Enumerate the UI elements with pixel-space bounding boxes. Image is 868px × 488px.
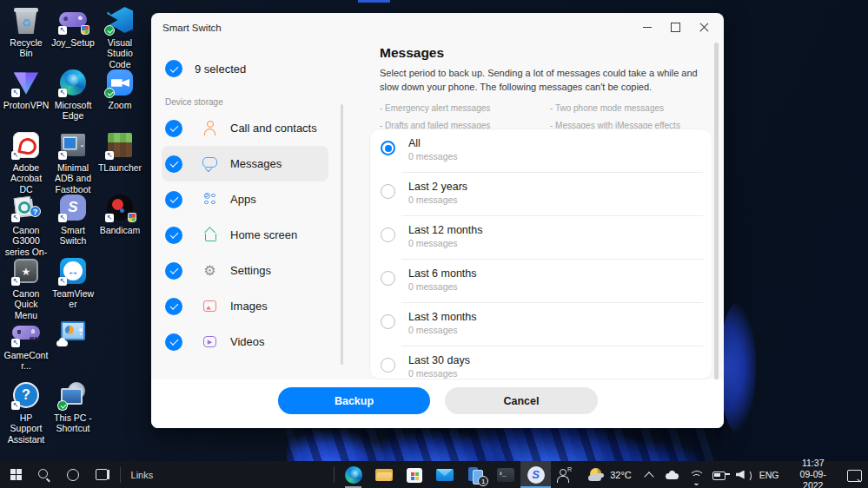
sidebar-item-messages[interactable]: Messages <box>162 146 328 181</box>
taskbar-app-store[interactable] <box>399 461 429 488</box>
onedrive-icon[interactable] <box>665 467 679 483</box>
taskbar-app-mail[interactable] <box>429 461 460 488</box>
window-body: 9 selected Device storage Call and conta… <box>151 42 724 379</box>
option-texts: Last 2 years0 messages <box>408 181 467 205</box>
wifi-icon[interactable] <box>688 467 703 483</box>
window-title: Smart Switch <box>162 23 222 33</box>
desktop-icon-recycle-bin[interactable]: Recycle Bin <box>3 5 50 59</box>
checkbox-checked-icon[interactable] <box>165 155 182 173</box>
tray-expand-chevron-icon[interactable] <box>641 467 656 483</box>
checkbox-checked-icon[interactable] <box>165 298 182 315</box>
window-controls <box>633 13 719 42</box>
gamecontr-icon <box>11 318 41 347</box>
desktop-icon-teamviewer[interactable]: TeamViewer <box>50 256 96 310</box>
cancel-button[interactable]: Cancel <box>445 387 598 414</box>
taskbar-app-yourphone[interactable]: 1 <box>460 461 490 488</box>
option-last-3-months[interactable]: Last 3 months0 messages <box>370 303 712 346</box>
checkbox-checked-icon[interactable] <box>165 120 182 137</box>
desktop-icon-hp-support[interactable]: HP Support Assistant <box>3 380 50 445</box>
window-footer: Backup Cancel <box>151 379 724 428</box>
task-view-icon[interactable] <box>88 461 116 488</box>
desktop-icon-joy-setup[interactable]: Joy_Setup <box>50 5 96 48</box>
shortcut-arrow-icon <box>11 339 20 347</box>
sidebar-item-settings[interactable]: Settings <box>162 253 328 288</box>
option-last-6-months[interactable]: Last 6 months0 messages <box>370 260 712 303</box>
checkbox-checked-icon[interactable] <box>165 262 182 280</box>
sidebar-item-contacts[interactable]: Call and contacts <box>162 110 328 146</box>
option-all[interactable]: All0 messages <box>370 129 712 173</box>
checkbox-checked-icon[interactable] <box>165 227 182 244</box>
sidebar-scrollbar[interactable] <box>341 104 343 365</box>
window-scrollbar[interactable] <box>714 43 719 379</box>
checkbox-checked-icon[interactable] <box>165 333 182 351</box>
desktop-icon-adobe[interactable]: Adobe Acrobat DC <box>3 130 50 195</box>
taskbar-app-terminal[interactable] <box>490 461 520 488</box>
option-count: 0 messages <box>408 281 477 292</box>
sidebar-item-images[interactable]: Images <box>162 288 328 324</box>
taskbar-app-smartswitch[interactable] <box>520 461 551 488</box>
desktop-icon-adb[interactable]: Minimal ADB and Fastboot <box>50 130 96 195</box>
close-icon[interactable] <box>690 16 719 39</box>
maximize-icon[interactable] <box>661 16 690 39</box>
option-count: 0 messages <box>408 151 458 162</box>
zoom-check-badge <box>104 88 115 98</box>
radio-icon[interactable] <box>381 184 395 199</box>
tlauncher-icon <box>105 130 135 160</box>
radio-icon[interactable] <box>381 314 395 329</box>
clock[interactable]: 11:37 09-09-2022 <box>791 458 835 488</box>
taskbar-app-explorer[interactable] <box>368 461 399 488</box>
action-center-icon[interactable] <box>846 467 861 483</box>
shortcut-arrow-icon <box>105 151 114 160</box>
sidebar-item-label: Apps <box>230 193 256 206</box>
sidebar: 9 selected Device storage Call and conta… <box>151 42 348 379</box>
option-last-12-months[interactable]: Last 12 months0 messages <box>370 216 712 260</box>
people-icon[interactable]: R <box>555 467 570 483</box>
temperature-label[interactable]: 32°C <box>610 470 632 480</box>
selected-summary-row[interactable]: 9 selected <box>151 54 348 83</box>
radio-icon[interactable] <box>381 228 395 242</box>
checkbox-checked-icon[interactable] <box>165 191 182 208</box>
option-last-2-years[interactable]: Last 2 years0 messages <box>370 173 712 216</box>
sys-monitor-cloud-badge <box>56 340 68 346</box>
volume-icon[interactable] <box>735 467 750 483</box>
sidebar-item-home[interactable]: Home screen <box>162 217 328 253</box>
desktop-icon-zoom[interactable]: Zoom <box>96 68 143 110</box>
joy-setup-icon <box>58 5 88 35</box>
desktop-icon-sys-monitor[interactable] <box>50 318 96 347</box>
radio-icon[interactable] <box>381 358 395 373</box>
shortcut-arrow-icon <box>58 214 67 222</box>
radio-selected-icon[interactable] <box>381 141 395 155</box>
links-toolbar-label[interactable]: Links <box>131 470 154 480</box>
language-indicator[interactable]: ENG <box>759 470 779 480</box>
sidebar-item-apps[interactable]: Apps <box>162 181 328 217</box>
page-description: Select period to back up. Sending a lot … <box>380 67 703 95</box>
battery-icon[interactable] <box>712 467 726 483</box>
desktop-icon-canon-quick[interactable]: Canon Quick Menu <box>3 256 50 320</box>
sidebar-item-label: Settings <box>230 264 271 277</box>
desktop-icon-edge[interactable]: Microsoft Edge <box>50 68 96 122</box>
select-all-checkbox[interactable] <box>165 60 182 77</box>
taskbar-app-edge[interactable] <box>338 461 368 488</box>
desktop-icon-tlauncher[interactable]: TLauncher <box>96 130 143 173</box>
sidebar-item-videos[interactable]: Videos <box>162 324 328 359</box>
desktop-icon-vscode[interactable]: Visual Studio Code <box>96 5 143 69</box>
radio-icon[interactable] <box>381 271 395 286</box>
desktop-icon-this-pc[interactable]: This PC - Shortcut <box>50 380 96 434</box>
start-button[interactable] <box>2 461 30 488</box>
desktop-icon-gamecontr[interactable]: GameContr... <box>3 318 50 372</box>
window-titlebar: Smart Switch <box>151 13 724 42</box>
desktop-icon-protonvpn[interactable]: ProtonVPN <box>3 68 50 110</box>
backup-button[interactable]: Backup <box>278 387 430 414</box>
desktop-icon-label: TeamViewer <box>50 288 96 310</box>
weather-icon[interactable] <box>588 467 606 483</box>
desktop-screen: Recycle BinJoy_SetupVisual Studio CodePr… <box>0 0 868 488</box>
notification-badge: 1 <box>478 476 488 486</box>
sidebar-item-label: Call and contacts <box>230 122 317 135</box>
desktop-icon-bandicam[interactable]: Bandicam <box>96 193 143 235</box>
desktop-icon-smart-switch[interactable]: Smart Switch <box>50 193 96 247</box>
cortana-icon[interactable] <box>59 461 88 488</box>
search-icon[interactable] <box>30 461 59 488</box>
option-last-30-days[interactable]: Last 30 days0 messages <box>370 346 712 379</box>
minimize-icon[interactable] <box>633 16 661 39</box>
shortcut-arrow-icon <box>58 89 67 97</box>
